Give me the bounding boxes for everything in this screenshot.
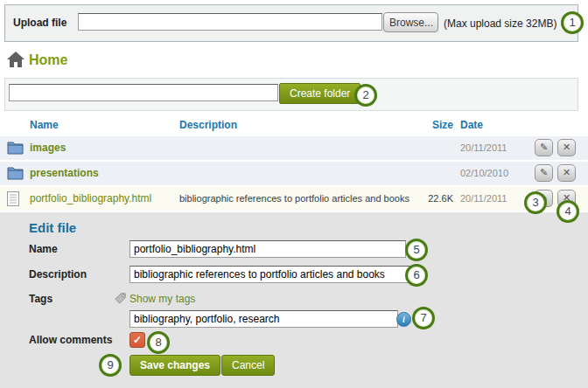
table-row: portfolio_bibliography.html bibliographi… [0,187,588,211]
description-label: Description [29,268,87,281]
cancel-button[interactable]: Cancel [221,355,275,376]
upload-file-label: Upload file [13,17,66,29]
delete-icon-button[interactable]: ✕ [557,164,576,182]
tags-field[interactable] [130,310,398,328]
save-changes-button[interactable]: Save changes [130,355,220,376]
column-header-description: Description [179,119,237,131]
file-name-link[interactable]: portfolio_bibliography.html [30,187,151,211]
annotation-3: 3 [524,191,547,214]
upload-file-input[interactable] [78,13,382,31]
name-field[interactable] [130,240,406,258]
edit-icon-button[interactable]: ✎ [535,164,553,182]
annotation-6: 6 [405,264,428,287]
annotation-4: 4 [556,200,579,223]
table-row: presentations 02/10/2010 ✎ ✕ [0,162,588,185]
browse-button[interactable]: Browse... [383,12,438,32]
annotation-7: 7 [412,307,435,329]
allow-comments-checkbox[interactable]: ✓ [130,332,145,348]
breadcrumb-home-label[interactable]: Home [29,52,67,68]
max-upload-size-note: (Max upload size 32MB) [444,17,556,30]
allow-comments-label: Allow comments [29,334,112,346]
folder-icon [7,141,24,157]
annotation-9: 9 [99,354,122,377]
row-date: 20/11/2011 [460,136,507,160]
edit-icon-button[interactable]: ✎ [535,139,553,156]
row-date: 02/10/2010 [460,162,508,185]
tags-label: Tags [29,293,52,305]
row-date: 20/11/2011 [460,187,507,211]
file-icon [7,191,19,209]
annotation-1: 1 [561,11,584,34]
home-icon [7,52,24,71]
folder-name-input[interactable] [9,84,278,101]
files-table-header: Name Description Size Date [0,114,588,135]
folder-name-link[interactable]: images [30,136,66,160]
column-header-size: Size [411,119,453,131]
folder-icon [7,166,24,183]
folder-name-link[interactable]: presentations [30,162,99,185]
row-description: bibliographic references to portfolio ar… [179,187,410,211]
show-my-tags-link[interactable]: Show my tags [130,293,195,305]
description-field[interactable] [130,266,411,283]
info-icon[interactable]: i [396,312,411,327]
upload-file-section: Upload file Browse... (Max upload size 3… [4,4,578,42]
annotation-2: 2 [354,84,377,107]
create-folder-button[interactable]: Create folder [279,83,360,104]
annotation-5: 5 [405,239,428,261]
column-header-date: Date [460,119,483,131]
row-size: 22.6K [394,187,453,211]
file-manager-page: Upload file Browse... (Max upload size 3… [0,0,588,388]
table-row: images 20/11/2011 ✎ ✕ [0,136,588,160]
annotation-8: 8 [147,331,170,354]
name-label: Name [29,243,58,255]
tag-icon [115,293,126,307]
create-folder-bar: Create folder [4,78,578,111]
column-header-name: Name [30,119,59,131]
edit-file-panel: Edit file Name Description Tags Show my … [0,212,588,388]
edit-file-title: Edit file [29,220,76,235]
delete-icon-button[interactable]: ✕ [557,139,576,156]
